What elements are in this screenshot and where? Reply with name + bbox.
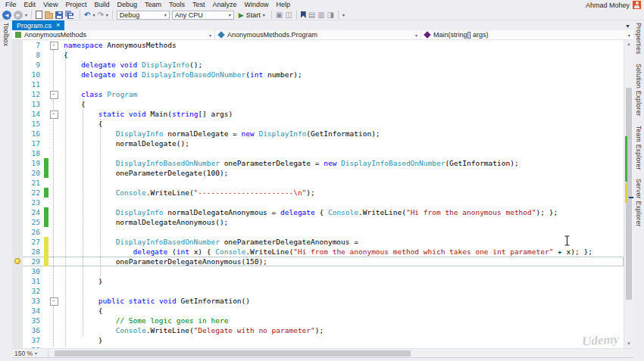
- glyph-margin[interactable]: [12, 345, 23, 348]
- code-line-14[interactable]: 14- static void Main(string[] args): [12, 109, 624, 119]
- glyph-margin[interactable]: [12, 306, 23, 316]
- glyph-margin[interactable]: [12, 237, 23, 247]
- code-line-36[interactable]: 36 Console.WriteLine("Delegate with no p…: [12, 325, 624, 335]
- breakpoints-window-icon[interactable]: ▣: [276, 11, 283, 20]
- code-line-37[interactable]: 37 }: [12, 335, 624, 345]
- undo-dropdown-icon[interactable]: ▾: [92, 12, 95, 17]
- navbar-class-dropdown[interactable]: AnonymousMethods.Program ▾: [215, 30, 421, 39]
- save-all-icon[interactable]: [67, 13, 73, 19]
- glyph-margin[interactable]: [12, 286, 23, 296]
- menu-window[interactable]: Window: [241, 0, 273, 10]
- glyph-margin[interactable]: [12, 129, 23, 138]
- navbar-project-dropdown[interactable]: AnonymousMethods ▾: [12, 30, 215, 39]
- code-line-33[interactable]: 33- public static void GetInformation(): [12, 296, 624, 306]
- scroll-up-icon[interactable]: ▲: [624, 40, 633, 48]
- glyph-margin[interactable]: [12, 335, 23, 345]
- glyph-margin[interactable]: [12, 70, 23, 79]
- immediate-window-icon[interactable]: ◫: [285, 11, 292, 20]
- menu-debug[interactable]: Debug: [113, 0, 141, 10]
- panel-tab-server-explorer[interactable]: Server Explorer: [635, 179, 642, 227]
- code-editor[interactable]: 7-namespace AnonymousMethods8{9 delegate…: [12, 40, 624, 348]
- glyph-margin[interactable]: [12, 168, 23, 178]
- glyph-margin[interactable]: [12, 109, 23, 119]
- code-line-30[interactable]: 30: [12, 266, 624, 276]
- navigate-forward-icon[interactable]: ▶: [14, 11, 23, 20]
- code-line-7[interactable]: 7-namespace AnonymousMethods: [12, 40, 624, 50]
- undo-icon[interactable]: ↶: [84, 11, 90, 20]
- code-line-29[interactable]: 29 oneParameterDelegateAnonymous(150);: [12, 257, 624, 266]
- glyph-margin[interactable]: [12, 316, 23, 325]
- menu-edit[interactable]: Edit: [20, 0, 40, 10]
- save-icon[interactable]: [55, 11, 63, 19]
- collapse-box-icon[interactable]: -: [48, 296, 59, 306]
- account-area[interactable]: Ahmad Mohey: [586, 1, 642, 9]
- code-line-11[interactable]: 11: [12, 79, 624, 89]
- code-line-18[interactable]: 18: [12, 148, 624, 158]
- glyph-margin[interactable]: [12, 217, 23, 227]
- menu-project[interactable]: Project: [61, 0, 90, 10]
- zoom-control[interactable]: 150 % ▾: [12, 349, 48, 357]
- code-line-24[interactable]: 24 DisplayInfo normalDelegateAnonymous =…: [12, 207, 624, 217]
- panel-tab-properties[interactable]: Properties: [635, 23, 642, 54]
- solution-platform-select[interactable]: Any CPU ▾: [172, 11, 234, 20]
- new-file-icon[interactable]: [36, 11, 42, 19]
- code-line-19[interactable]: 19 DisplayInfoBasedOnNumber oneParameter…: [12, 158, 624, 168]
- open-file-icon[interactable]: [45, 13, 53, 19]
- user-avatar-icon[interactable]: [633, 1, 641, 9]
- glyph-margin[interactable]: [12, 119, 23, 129]
- toolbar-options-icon[interactable]: ▾: [342, 12, 345, 17]
- navigation-dropdown-icon[interactable]: ▾: [25, 12, 27, 17]
- code-line-10[interactable]: 10 delegate void DisplayInfoBasedOnNumbe…: [12, 70, 624, 79]
- redo-dropdown-icon[interactable]: ▾: [106, 12, 108, 17]
- scrollbar-thumb[interactable]: [55, 350, 411, 356]
- code-line-20[interactable]: 20 oneParameterDelegate(100);: [12, 168, 624, 178]
- indent-icon[interactable]: ◨: [327, 11, 334, 20]
- glyph-margin[interactable]: [12, 138, 23, 148]
- collapse-box-icon[interactable]: -: [48, 89, 59, 99]
- signed-in-user[interactable]: Ahmad Mohey: [586, 2, 630, 9]
- code-line-16[interactable]: 16 DisplayInfo normalDelegate = new Disp…: [12, 129, 624, 138]
- glyph-margin[interactable]: [12, 40, 23, 50]
- lightbulb-icon[interactable]: [14, 258, 20, 264]
- menu-analyze[interactable]: Analyze: [209, 0, 241, 10]
- redo-icon[interactable]: ↷: [97, 11, 103, 20]
- panel-tab-team-explorer[interactable]: Team Explorer: [635, 126, 642, 170]
- glyph-margin[interactable]: [12, 266, 23, 276]
- menu-view[interactable]: View: [39, 0, 61, 10]
- code-line-15[interactable]: 15 {: [12, 119, 624, 129]
- scrollbar-track[interactable]: [624, 48, 633, 340]
- code-line-12[interactable]: 12- class Program: [12, 89, 624, 99]
- tab-program-cs[interactable]: Program.cs ×: [12, 20, 64, 30]
- glyph-margin[interactable]: [12, 158, 23, 168]
- scroll-down-icon[interactable]: ▼: [624, 340, 633, 348]
- code-line-17[interactable]: 17 normalDelegate();: [12, 138, 624, 148]
- code-line-32[interactable]: 32: [12, 286, 624, 296]
- panel-tab-solution-explorer[interactable]: Solution Explorer: [635, 64, 642, 117]
- glyph-margin[interactable]: [12, 227, 23, 237]
- glyph-margin[interactable]: [12, 99, 23, 109]
- start-debugging-button[interactable]: ▶ Start ▾: [236, 10, 267, 20]
- code-line-34[interactable]: 34 {: [12, 306, 624, 316]
- code-line-26[interactable]: 26: [12, 227, 624, 237]
- comment-lines-icon[interactable]: ▤: [308, 11, 315, 20]
- code-line-13[interactable]: 13 {: [12, 99, 624, 109]
- glyph-margin[interactable]: [12, 50, 23, 60]
- glyph-margin[interactable]: [12, 148, 23, 158]
- menu-tools[interactable]: Tools: [165, 0, 189, 10]
- glyph-margin[interactable]: [12, 296, 23, 306]
- close-icon[interactable]: ×: [56, 22, 60, 29]
- collapse-box-icon[interactable]: -: [48, 40, 59, 50]
- solution-configuration-select[interactable]: Debug ▾: [117, 11, 170, 20]
- glyph-margin[interactable]: [12, 188, 23, 198]
- code-line-22[interactable]: 22 Console.WriteLine("------------------…: [12, 188, 624, 198]
- glyph-margin[interactable]: [12, 89, 23, 99]
- horizontal-scrollbar[interactable]: [48, 349, 633, 357]
- code-line-28[interactable]: 28 delegate (int x) { Console.WriteLine(…: [12, 247, 624, 257]
- uncomment-lines-icon[interactable]: ▥: [317, 11, 324, 20]
- code-line-9[interactable]: 9 delegate void DisplayInfo();: [12, 60, 624, 70]
- code-line-25[interactable]: 25 normalDelegateAnonymous();: [12, 217, 624, 227]
- panel-tab-toolbox[interactable]: Toolbox: [2, 23, 10, 46]
- menu-file[interactable]: File: [2, 0, 20, 10]
- tab-list-dropdown-icon[interactable]: ▼: [625, 23, 633, 30]
- code-line-35[interactable]: 35 // Some logic goes in here: [12, 316, 624, 325]
